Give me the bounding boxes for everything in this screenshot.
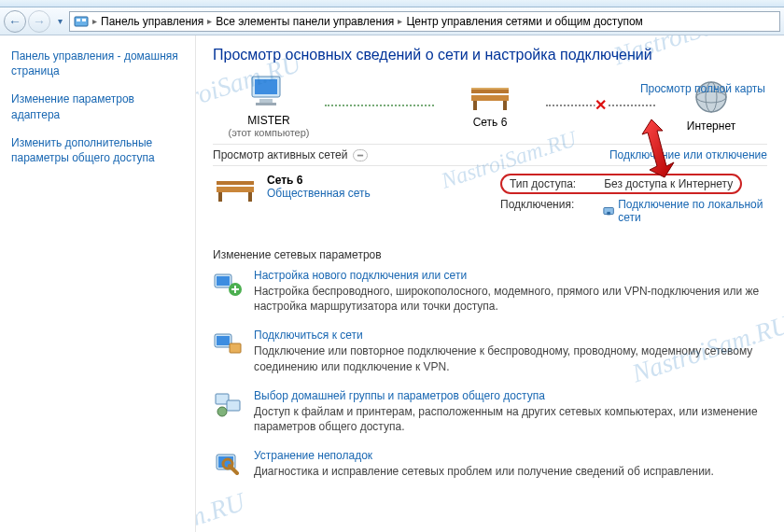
address-toolbar: ← → ▾ ▸Панель управления ▸Все элементы п…: [0, 7, 784, 35]
map-internet-label: Интернет: [687, 119, 735, 133]
connect-network-icon: [213, 329, 243, 358]
map-pc-sublabel: (этот компьютер): [228, 127, 309, 138]
collapse-icon[interactable]: ━: [353, 149, 368, 161]
forward-button[interactable]: →: [28, 10, 50, 33]
map-pc-label: MISTER: [247, 114, 289, 127]
map-connection-ok: [325, 105, 434, 106]
svg-rect-1: [77, 19, 80, 21]
svg-point-30: [217, 407, 227, 416]
computer-icon: [246, 73, 291, 110]
full-map-link[interactable]: Просмотр полной карты: [640, 82, 765, 95]
chevron-down-icon: ▾: [58, 16, 63, 26]
breadcrumb-bar[interactable]: ▸Панель управления ▸Все элементы панели …: [69, 11, 780, 32]
svg-rect-9: [473, 101, 477, 110]
svg-rect-19: [248, 192, 252, 202]
task-desc: Доступ к файлам и принтерам, расположенн…: [254, 404, 767, 434]
page-title: Просмотр основных сведений о сети и наст…: [213, 47, 767, 63]
sidebar-home-link[interactable]: Панель управления - домашняя страница: [11, 49, 184, 78]
map-node-network[interactable]: Сеть 6: [434, 82, 546, 129]
lan-connection-link[interactable]: Подключение по локальной сети: [603, 198, 767, 224]
task-desc: Настройка беспроводного, широкополосного…: [254, 284, 767, 314]
active-networks-heading: Просмотр активных сетей ━: [213, 148, 609, 161]
sidebar: Панель управления - домашняя страница Из…: [0, 35, 196, 532]
back-button[interactable]: ←: [4, 10, 26, 33]
sidebar-sharing-link[interactable]: Изменить дополнительные параметры общего…: [11, 135, 184, 165]
arrow-left-icon: ←: [8, 14, 21, 29]
svg-rect-2: [82, 19, 86, 21]
svg-rect-5: [259, 99, 273, 103]
active-network-row: Сеть 6 Общественная сеть Тип доступа: Бе…: [213, 166, 767, 231]
arrow-right-icon: →: [33, 14, 46, 29]
control-panel-icon: [74, 14, 89, 29]
svg-rect-4: [255, 79, 277, 94]
content-panel: NastroiSam.RU NastroiSam.RU NastroiSam.R…: [196, 35, 784, 532]
breadcrumb-item[interactable]: Панель управления: [101, 15, 203, 28]
svg-rect-18: [218, 192, 222, 202]
sidebar-adapter-link[interactable]: Изменение параметров адаптера: [11, 91, 184, 121]
highlight-annotation: Тип доступа: Без доступа к Интернету: [500, 174, 742, 194]
map-network-label: Сеть 6: [473, 116, 508, 129]
homegroup-icon: [213, 389, 243, 419]
task-title: Настройка нового подключения или сети: [254, 269, 767, 282]
task-new-connection[interactable]: Настройка нового подключения или сети На…: [213, 269, 767, 314]
breadcrumb-item[interactable]: Все элементы панели управления: [216, 15, 394, 28]
svg-rect-21: [607, 212, 609, 215]
svg-rect-6: [256, 103, 276, 105]
task-connect-network[interactable]: Подключиться к сети Подключение или повт…: [213, 329, 767, 373]
svg-rect-7: [471, 90, 509, 93]
chevron-right-icon: ▸: [92, 16, 97, 26]
nav-history-dropdown[interactable]: ▾: [52, 10, 67, 33]
task-desc: Подключение или повторное подключение к …: [254, 343, 767, 373]
chevron-right-icon: ▸: [398, 16, 402, 26]
disconnected-x-icon: ✕: [595, 96, 607, 114]
access-type-value: Без доступа к Интернету: [604, 177, 733, 190]
chevron-right-icon: ▸: [207, 16, 212, 26]
network-settings-heading: Изменение сетевых параметров: [213, 248, 767, 261]
svg-rect-26: [217, 336, 230, 345]
svg-rect-29: [227, 400, 240, 411]
window-titlebar: [0, 0, 784, 7]
network-type-link[interactable]: Общественная сеть: [267, 187, 371, 200]
svg-rect-27: [230, 343, 241, 353]
connections-label: Подключения:: [500, 198, 603, 224]
network-adapter-icon: [603, 204, 614, 217]
svg-rect-10: [503, 101, 507, 110]
new-connection-icon: [213, 269, 243, 299]
svg-rect-16: [217, 181, 254, 185]
task-title: Устранение неполадок: [254, 449, 714, 462]
task-desc: Диагностика и исправление сетевых пробле…: [254, 464, 714, 479]
troubleshoot-icon: [213, 449, 243, 479]
bench-icon: [468, 82, 512, 112]
map-node-pc[interactable]: MISTER (этот компьютер): [213, 73, 325, 138]
access-type-label: Тип доступа:: [510, 177, 576, 190]
svg-rect-8: [471, 95, 509, 101]
task-title: Выбор домашней группы и параметров общег…: [254, 389, 767, 402]
svg-rect-17: [217, 187, 254, 192]
breadcrumb-item[interactable]: Центр управления сетями и общим доступом: [406, 15, 643, 28]
task-troubleshoot[interactable]: Устранение неполадок Диагностика и испра…: [213, 449, 767, 479]
svg-rect-11: [471, 88, 509, 90]
svg-rect-23: [217, 276, 230, 286]
network-name: Сеть 6: [267, 174, 454, 187]
watermark: NastroiSam.RU: [196, 487, 248, 532]
connect-disconnect-link[interactable]: Подключение или отключение: [609, 148, 767, 161]
task-homegroup[interactable]: Выбор домашней группы и параметров общег…: [213, 389, 767, 434]
bench-icon: [213, 174, 258, 203]
task-title: Подключиться к сети: [254, 329, 767, 342]
map-connection-broken: ✕: [546, 105, 655, 106]
